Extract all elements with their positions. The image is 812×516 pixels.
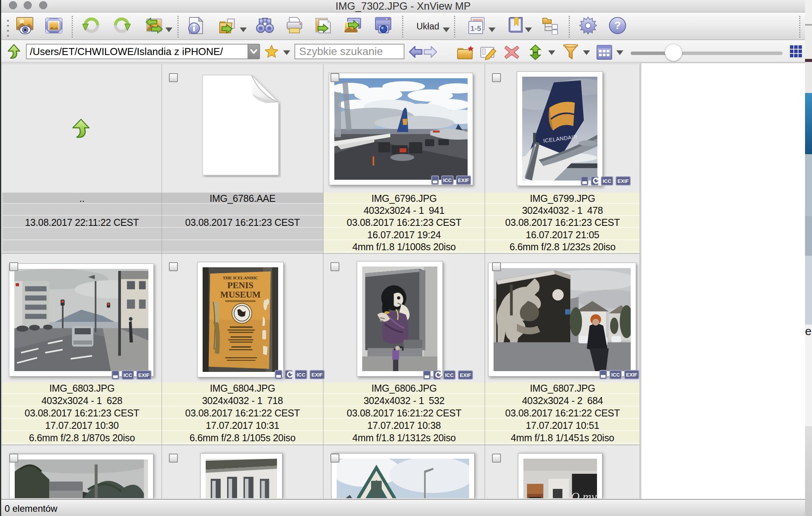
svg-text:O my: O my [571, 490, 597, 498]
svg-text:?: ? [614, 19, 621, 31]
svg-text:1-5: 1-5 [470, 24, 481, 33]
svg-text:PENIS: PENIS [227, 280, 254, 290]
svg-text:MUSEUM: MUSEUM [220, 290, 260, 299]
svg-text:THE ICELANDIC: THE ICELANDIC [223, 275, 258, 280]
